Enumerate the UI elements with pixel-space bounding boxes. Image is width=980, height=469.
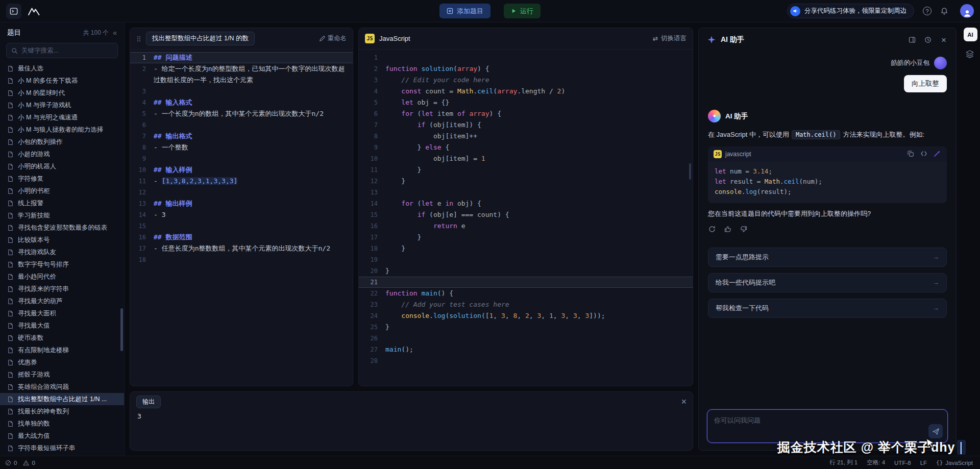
drag-handle-icon[interactable] <box>136 35 141 42</box>
markdown-line[interactable]: 18 <box>130 254 353 265</box>
markdown-line[interactable]: 16## 数据范围 <box>130 232 353 243</box>
code-line[interactable]: 8 obj[item]++ <box>359 131 693 142</box>
encoding[interactable]: UTF-8 <box>894 460 911 466</box>
thumbs-up-icon[interactable] <box>724 225 733 234</box>
sidebar-item[interactable]: 有点限制地走楼梯 <box>0 344 124 356</box>
output-tab[interactable]: 输出 <box>136 396 161 408</box>
code-line[interactable]: 15 if (obj[e] === count) { <box>359 209 693 220</box>
code-line[interactable]: 11 } <box>359 164 693 176</box>
close-output-icon[interactable]: × <box>681 397 687 406</box>
code-line[interactable]: 27main(); <box>359 344 693 355</box>
code-editor[interactable]: 12function solution(array) {3 // Edit yo… <box>359 50 693 386</box>
insert-code-icon[interactable] <box>920 150 928 158</box>
switch-language-button[interactable]: ⇄ 切换语言 <box>653 34 687 43</box>
warning-count[interactable]: 0 <box>23 460 35 466</box>
sidebar-item[interactable]: 最小趋同代价 <box>0 270 124 283</box>
rename-button[interactable]: 重命名 <box>319 34 347 43</box>
code-line[interactable]: 13 <box>359 187 693 198</box>
sidebar-item[interactable]: 最佳人选 <box>0 62 124 75</box>
sidebar-item[interactable]: 字符修复 <box>0 172 124 185</box>
editor-scrollbar[interactable] <box>689 163 691 180</box>
collapse-sidebar-icon[interactable]: « <box>113 29 117 37</box>
sidebar-item[interactable]: 优惠券 <box>0 356 124 368</box>
markdown-line[interactable]: 13## 输出样例 <box>130 198 353 209</box>
ai-suggestion-button[interactable]: 给我一些代码提示吧→ <box>708 273 947 292</box>
sidebar-item[interactable]: 小超的游戏 <box>0 148 124 160</box>
ai-question-input[interactable] <box>714 416 941 424</box>
markdown-line[interactable]: 11- [1,3,8,2,3,1,3,3,3] <box>130 176 353 187</box>
sidebar-item[interactable]: 小明的书柜 <box>0 185 124 197</box>
sidebar-item[interactable]: 小 M 与弹子游戏机 <box>0 99 124 111</box>
run-button[interactable]: 运行 <box>504 4 541 18</box>
close-ai-panel-icon[interactable]: × <box>940 36 948 44</box>
code-line[interactable]: 20} <box>359 265 693 277</box>
magic-wand-icon[interactable] <box>934 150 941 158</box>
markdown-line[interactable]: 14- 3 <box>130 209 353 220</box>
markdown-line[interactable]: 17- 任意长度为n整数数组，其中某个元素的出现次数大于n/2 <box>130 243 353 254</box>
open-panel-icon[interactable] <box>908 36 916 44</box>
help-icon[interactable]: ? <box>923 7 932 15</box>
sidebar-item[interactable]: 找最长的神奇数列 <box>0 405 124 417</box>
sidebar-item[interactable]: 寻找原来的字符串 <box>0 283 124 295</box>
add-problem-button[interactable]: 添加题目 <box>439 4 491 18</box>
mountain-logo-icon[interactable] <box>27 4 42 19</box>
markdown-line[interactable]: 7## 输出格式 <box>130 131 353 142</box>
language-mode[interactable]: {} JavaScript <box>936 459 973 466</box>
promo-badge[interactable]: 分享代码练习体验，领限量定制周边 <box>787 4 914 18</box>
thumbs-down-icon[interactable] <box>740 225 749 234</box>
markdown-line[interactable]: 8- 一个整数 <box>130 142 353 153</box>
code-line[interactable]: 9 } else { <box>359 142 693 153</box>
search-box[interactable] <box>6 43 118 58</box>
code-line[interactable]: 14 for (let e in obj) { <box>359 198 693 209</box>
markdown-line[interactable]: 12 <box>130 187 353 198</box>
send-button[interactable] <box>928 424 943 438</box>
markdown-line[interactable]: 3 <box>130 86 353 97</box>
code-line[interactable]: 23 // Add your test cases here <box>359 299 693 310</box>
sidebar-item[interactable]: 找出整型数组中占比超过 1/N ... <box>0 393 124 405</box>
error-count[interactable]: 0 <box>5 460 17 466</box>
sidebar-item[interactable]: 寻找包含斐波那契数最多的链表 <box>0 221 124 234</box>
sidebar-item[interactable]: 小包的数列操作 <box>0 136 124 148</box>
copy-icon[interactable] <box>907 150 915 158</box>
sidebar-item[interactable]: 最大战力值 <box>0 430 124 442</box>
problem-description[interactable]: 1## 问题描述2- 给定一个长度为n的整型数组，已知其中一个数字的出现次数超过… <box>130 50 353 386</box>
markdown-line[interactable]: 6 <box>130 119 353 131</box>
bell-icon[interactable] <box>940 7 948 15</box>
sidebar-item[interactable]: 学习新技能 <box>0 209 124 221</box>
sidebar-item[interactable]: 小 M 与光明之魂速通 <box>0 111 124 124</box>
markdown-line[interactable]: 1## 问题描述 <box>130 52 353 63</box>
sidebar-item[interactable]: 字符串最短循环子串 <box>0 442 124 454</box>
code-line[interactable]: 21 <box>359 277 693 288</box>
ai-input-box[interactable] <box>707 409 948 443</box>
code-line[interactable]: 1 <box>359 52 693 63</box>
code-line[interactable]: 3 // Edit your code here <box>359 75 693 86</box>
code-line[interactable]: 5 let obj = {} <box>359 97 693 108</box>
regenerate-icon[interactable] <box>708 225 717 234</box>
sidebar-item[interactable]: 小 M 与狼人拯救者的能力选择 <box>0 124 124 136</box>
ai-suggestion-button[interactable]: 需要一点思路提示→ <box>708 248 947 267</box>
markdown-line[interactable]: 10## 输入样例 <box>130 164 353 176</box>
code-line[interactable]: 10 obj[item] = 1 <box>359 153 693 164</box>
code-line[interactable]: 2function solution(array) { <box>359 63 693 75</box>
sidebar-item[interactable]: 小 M 的星球时代 <box>0 87 124 99</box>
markdown-line[interactable]: 5- 一个长度为n的数组，其中某个元素的出现次数大于n/2 <box>130 108 353 119</box>
markdown-line[interactable]: 9 <box>130 153 353 164</box>
code-line[interactable]: 16 return e <box>359 220 693 232</box>
sidebar-item[interactable]: 小 M 的多任务下载器 <box>0 75 124 87</box>
markdown-line[interactable]: 15 <box>130 220 353 232</box>
code-line[interactable]: 12 } <box>359 176 693 187</box>
code-line[interactable]: 25} <box>359 322 693 333</box>
eol-setting[interactable]: LF <box>920 460 927 466</box>
cursor-position[interactable]: 行 21, 列 1 <box>829 459 857 466</box>
markdown-line[interactable]: 4## 输入格式 <box>130 97 353 108</box>
sidebar-item[interactable]: 小明的机器人 <box>0 160 124 172</box>
sidebar-item[interactable]: 英雄组合游戏问题 <box>0 381 124 393</box>
sidebar-item[interactable]: 硬币凑数 <box>0 332 124 344</box>
sidebar-item[interactable]: 寻找最大的葫芦 <box>0 295 124 307</box>
code-line[interactable]: 18 } <box>359 243 693 254</box>
code-line[interactable]: 28 <box>359 355 693 366</box>
app-logo-icon[interactable] <box>6 4 21 19</box>
markdown-line[interactable]: 2- 给定一个长度为n的整型数组，已知其中一个数字的出现次数超过数组长度的一半，… <box>130 63 353 86</box>
plugin-icon[interactable] <box>965 50 975 60</box>
code-line[interactable]: 7 if (obj[item]) { <box>359 119 693 131</box>
